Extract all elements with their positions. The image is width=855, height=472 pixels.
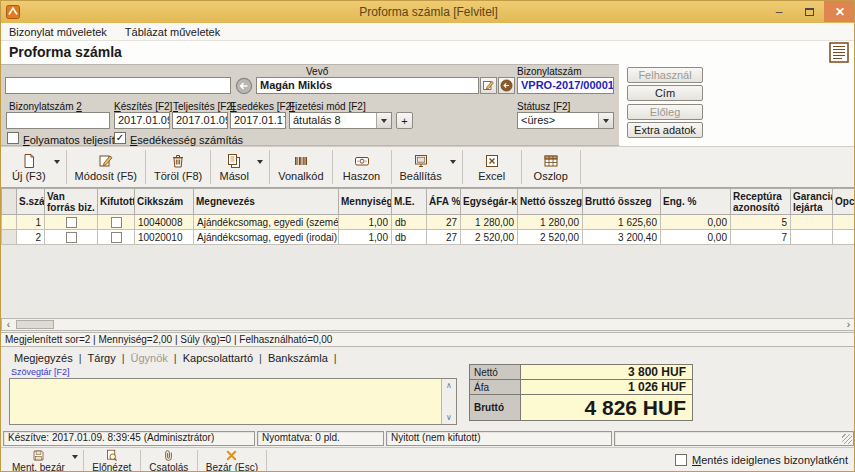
close-button[interactable]: ✕ [824,1,855,22]
toolbar-button-label: Csatolás [149,462,188,472]
scroll-left-icon[interactable]: ‹ [2,319,15,330]
vanforras-checkbox[interactable] [66,217,77,228]
barcode-icon [293,152,309,170]
scroll-up-icon[interactable]: ∧ [446,381,452,390]
page-header: Proforma számla [1,41,855,64]
chevron-down-icon[interactable] [376,113,391,128]
save-temporary-group: Mentés ideiglenes bizonylatként [675,454,848,466]
notes-textarea[interactable]: ∧ ∨ [9,378,457,425]
notes-tabs: Megjegyzés|Tárgy|Ügynök|Kapcsolattartó|B… [9,350,338,366]
column-header-me[interactable]: M.E. [392,189,427,215]
address-button[interactable]: Cím [627,85,703,101]
row-indicator-header [2,189,17,215]
grid-status-line: Megjelenített sor=2 | Mennyiség=2,00 | S… [1,332,855,347]
column-header-cikkszam[interactable]: Cikkszám [135,189,194,215]
customer-back-icon[interactable] [498,77,515,94]
due-calculation-checkbox[interactable]: ✓ [114,132,126,144]
tab-separator: | [333,352,338,364]
toolbar-button-beállítás[interactable]: Beállítás [392,147,462,187]
customer-refresh-icon[interactable] [235,77,253,95]
empty-status-panel [614,431,854,446]
minimize-button[interactable]: – [765,1,793,22]
chevron-down-icon[interactable] [72,455,78,459]
continuous-fulfillment-checkbox[interactable] [7,132,19,144]
column-header-megnevezes[interactable]: Megnevezés [194,189,339,215]
payment-method-select[interactable]: átutalás 8 [289,112,392,129]
toolbar-button-oszlop[interactable]: Oszlop [522,147,580,187]
notes-scrollbar[interactable]: ∧ ∨ [441,379,456,424]
cell-garancia [791,215,833,230]
customer-name-field[interactable]: Magán Miklós [256,77,479,94]
kifutott-checkbox[interactable] [111,232,122,243]
column-header-egysegar[interactable]: Egységár-ke [461,189,518,215]
scroll-right-icon[interactable]: › [842,319,855,330]
save-icon [32,449,45,462]
cell-sszam: 1 [17,215,45,230]
tab-bankszámla[interactable]: Bankszámla [263,352,333,364]
column-header-eng[interactable]: Eng. % [661,189,731,215]
tab-kapcsolattartó[interactable]: Kapcsolattartó [178,352,258,364]
toolbar-button-haszon[interactable]: Haszon [333,147,391,187]
menu-bizonylat-muveletek[interactable]: Bizonylat műveletek [9,26,107,38]
horizontal-scrollbar: ‹ › [1,318,855,331]
scrollbar-thumb[interactable] [16,320,54,329]
table-row[interactable]: 110040008Ajándékcsomag, egyedi (személye… [2,215,855,230]
due-calculation-label: Esedékesség számítás [130,134,243,146]
window-title: Proforma számla [Felvitel] [1,5,855,19]
toolbar-button-vonalkód[interactable]: Vonalkód [270,147,331,187]
fulfillment-date-input[interactable]: 2017.01.09. [172,112,228,129]
column-header-garancia[interactable]: Garancia lejárta [791,189,833,215]
chevron-down-icon[interactable] [450,160,456,164]
cell-brutto: 3 200,40 [583,230,661,245]
customer-code-input[interactable] [5,77,231,94]
kifutott-checkbox[interactable] [111,217,122,228]
column-header-opcio[interactable]: Opciók [833,189,855,215]
toolbar-button-módosít-f5[interactable]: Módosít (F5) [67,147,145,187]
due-date-input[interactable]: 2017.01.17. [230,112,286,129]
toolbar-button-töröl-f8[interactable]: Töröl (F8) [146,147,210,187]
toolbar-button-excel[interactable]: Excel [463,147,521,187]
column-header-receptura[interactable]: Receptúra azonosító [731,189,791,215]
toolbar-button-ment-bezár[interactable]: Ment, bezár [4,448,83,472]
scroll-down-icon[interactable]: ∨ [446,413,452,422]
customer-edit-icon[interactable] [480,77,497,94]
toolbar-button-előnézet[interactable]: Előnézet [84,448,140,472]
status-select[interactable]: <üres> [517,112,614,129]
cell-vanforras [45,230,98,245]
fulfillment-date-label: Teljesítés [F2] [173,101,235,112]
toolbar-button-csatolás[interactable]: Csatolás [141,448,197,472]
column-header-mennyiseg[interactable]: Mennyiség [339,189,392,215]
close-x-icon [225,449,238,462]
cell-cikkszam: 10040008 [135,215,194,230]
column-header-netto[interactable]: Nettó összeg [518,189,583,215]
tab-tárgy[interactable]: Tárgy [83,352,121,364]
column-header-kifutott[interactable]: Kifutott [98,189,135,215]
vanforras-checkbox[interactable] [66,232,77,243]
totals-panel: Nettó 3 800 HUF Áfa 1 026 HUF Bruttó 4 8… [469,364,693,421]
toolbar-button-új-f3[interactable]: Új (F3) [4,147,66,187]
column-header-afa[interactable]: ÁFA % [427,189,461,215]
chevron-down-icon[interactable] [257,160,263,164]
document-number2-input[interactable] [6,112,110,129]
chevron-down-icon[interactable] [54,160,60,164]
toolbar-button-másol[interactable]: Másol [211,147,269,187]
tab-megjegyzés[interactable]: Megjegyzés [9,352,78,364]
toolbar-button-bezár-esc[interactable]: Bezár (Esc) [198,448,266,472]
column-header-brutto[interactable]: Bruttó összeg [583,189,661,215]
notes-icon[interactable] [826,42,851,63]
cell-vanforras [45,215,98,230]
document-number-field: VPRO-2017/00001 [517,77,614,94]
column-header-sszam[interactable]: S.szá [17,189,45,215]
column-header-vanforras[interactable]: Van forrás biz. [45,189,98,215]
maximize-button[interactable] [795,1,823,22]
net-total-label: Nettó [470,365,521,379]
text-library-link[interactable]: Szövegtár [F2] [11,367,70,377]
menu-tablazat-muveletek[interactable]: Táblázat műveletek [125,26,220,38]
status-bar: Készítve: 2017.01.09. 8:39:45 (Adminiszt… [1,431,855,446]
chevron-down-icon[interactable] [598,113,613,128]
created-date-input[interactable]: 2017.01.09. [114,112,170,129]
table-row[interactable]: 210020010Ajándékcsomag, egyedi (irodai)1… [2,230,855,245]
add-payment-method-button[interactable]: + [396,112,413,129]
extra-data-button[interactable]: Extra adatok [627,122,703,138]
save-temporary-checkbox[interactable] [675,454,687,466]
